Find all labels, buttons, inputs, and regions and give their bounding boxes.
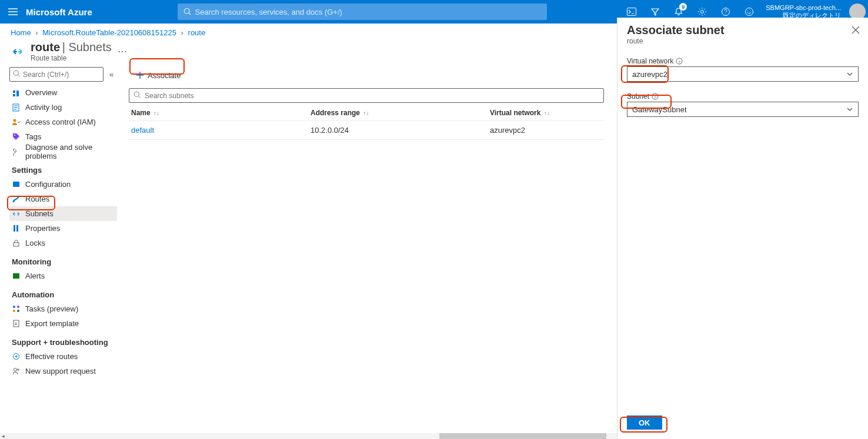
svg-rect-12 bbox=[14, 225, 15, 232]
chevron-down-icon bbox=[846, 106, 853, 113]
cell-name[interactable]: default bbox=[129, 121, 308, 140]
close-button[interactable] bbox=[852, 26, 860, 36]
sidebar-item-diagnose[interactable]: Diagnose and solve problems bbox=[9, 144, 117, 159]
close-icon bbox=[852, 26, 860, 34]
col-name[interactable]: Name ↑↓ bbox=[129, 105, 308, 121]
sidebar-item-tasks[interactable]: Tasks (preview) bbox=[9, 301, 117, 316]
hamburger-icon bbox=[8, 8, 18, 15]
search-icon bbox=[13, 70, 21, 79]
sidebar-head-automation: Automation bbox=[9, 283, 122, 301]
col-vnet[interactable]: Virtual network ↑↓ bbox=[488, 105, 604, 121]
page-title: route bbox=[31, 41, 60, 53]
svg-point-19 bbox=[17, 310, 19, 312]
scrollbar-thumb[interactable] bbox=[439, 433, 606, 439]
sidebar-item-routes[interactable]: Routes bbox=[9, 192, 117, 206]
bc-route[interactable]: route bbox=[188, 28, 206, 37]
svg-point-16 bbox=[13, 306, 15, 308]
subnet-value: GatewaySubnet bbox=[632, 105, 687, 114]
svg-point-22 bbox=[14, 368, 17, 371]
table-row[interactable]: default 10.2.0.0/24 azurevpc2 bbox=[129, 121, 604, 140]
subnets-table: Name ↑↓ Address range ↑↓ Virtual network… bbox=[129, 105, 604, 140]
svg-point-4 bbox=[746, 8, 753, 16]
vnet-value: azurevpc2 bbox=[632, 70, 667, 79]
account-name: SBMGRP-sbc-prod-tech... bbox=[766, 4, 841, 11]
menu-button[interactable] bbox=[0, 0, 26, 24]
sidebar-item-properties[interactable]: Properties bbox=[9, 221, 117, 236]
bc-routetable[interactable]: Microsoft.RouteTable-20210608151225 bbox=[42, 28, 176, 37]
svg-rect-15 bbox=[13, 273, 19, 279]
sidebar-head-monitoring: Monitoring bbox=[9, 250, 122, 269]
info-icon[interactable] bbox=[676, 58, 683, 65]
svg-point-7 bbox=[14, 119, 16, 122]
svg-point-18 bbox=[13, 310, 15, 312]
svg-rect-14 bbox=[14, 243, 19, 246]
plus-icon bbox=[136, 71, 144, 79]
svg-point-2 bbox=[701, 11, 704, 14]
collapse-sidebar-button[interactable]: « bbox=[109, 70, 113, 79]
sidebar-item-configuration[interactable]: Configuration bbox=[9, 177, 117, 192]
panel-subtitle: route bbox=[627, 37, 859, 45]
chevron-down-icon bbox=[846, 71, 853, 78]
sidebar-item-export[interactable]: Export template bbox=[9, 316, 117, 331]
vnet-dropdown[interactable]: azurevpc2 bbox=[627, 66, 859, 82]
svg-rect-13 bbox=[16, 225, 18, 232]
route-table-icon bbox=[11, 45, 25, 59]
svg-point-10 bbox=[13, 201, 15, 203]
global-search-input[interactable] bbox=[195, 8, 541, 16]
sidebar-search-input[interactable] bbox=[9, 67, 104, 82]
bc-home[interactable]: Home bbox=[11, 28, 31, 37]
subnet-dropdown[interactable]: GatewaySubnet bbox=[627, 102, 859, 117]
sidebar-item-effective-routes[interactable]: Effective routes bbox=[9, 349, 117, 364]
subnet-search-input[interactable] bbox=[129, 88, 604, 103]
cell-vnet: azurevpc2 bbox=[488, 121, 604, 140]
search-icon bbox=[183, 8, 192, 16]
ok-button[interactable]: OK bbox=[627, 415, 662, 430]
global-search[interactable] bbox=[178, 4, 547, 20]
associate-button[interactable]: Associate bbox=[129, 67, 188, 83]
resource-type: Route table bbox=[31, 54, 112, 62]
svg-point-11 bbox=[18, 196, 19, 198]
sidebar-item-new-support[interactable]: New support request bbox=[9, 364, 117, 378]
sidebar-item-subnets[interactable]: Subnets bbox=[9, 206, 117, 221]
horizontal-scrollbar[interactable]: ◂ bbox=[0, 433, 617, 439]
sidebar-item-overview[interactable]: Overview bbox=[9, 85, 117, 100]
sidebar-item-locks[interactable]: Locks bbox=[9, 236, 117, 250]
sidebar-head-settings: Settings bbox=[9, 159, 122, 177]
search-icon bbox=[133, 91, 141, 100]
brand-label[interactable]: Microsoft Azure bbox=[26, 7, 104, 17]
svg-rect-9 bbox=[13, 182, 19, 187]
associate-subnet-panel: Associate subnet route Virtual network a… bbox=[617, 18, 868, 439]
svg-rect-1 bbox=[627, 8, 636, 16]
notif-badge: 9 bbox=[679, 3, 687, 11]
cell-addr: 10.2.0.0/24 bbox=[308, 121, 488, 140]
col-address[interactable]: Address range ↑↓ bbox=[308, 105, 488, 121]
scroll-left-arrow[interactable]: ◂ bbox=[0, 433, 6, 439]
sn-label: Subnet bbox=[627, 92, 649, 100]
svg-point-8 bbox=[14, 135, 15, 136]
page-section: Subnets bbox=[68, 41, 111, 53]
sidebar-item-tags[interactable]: Tags bbox=[9, 129, 117, 144]
svg-point-17 bbox=[17, 306, 19, 308]
vn-label: Virtual network bbox=[627, 57, 673, 65]
sidebar-item-iam[interactable]: Access control (IAM) bbox=[9, 115, 117, 129]
sidebar-head-support: Support + troubleshooting bbox=[9, 331, 122, 349]
sidebar-item-activity-log[interactable]: Activity log bbox=[9, 100, 117, 115]
panel-title: Associate subnet bbox=[627, 24, 859, 37]
info-icon[interactable] bbox=[652, 93, 659, 100]
resource-sidebar: « Overview Activity log Access control (… bbox=[0, 63, 122, 439]
sidebar-item-alerts[interactable]: Alerts bbox=[9, 269, 117, 283]
more-actions-button[interactable]: ⋯ bbox=[118, 46, 127, 57]
